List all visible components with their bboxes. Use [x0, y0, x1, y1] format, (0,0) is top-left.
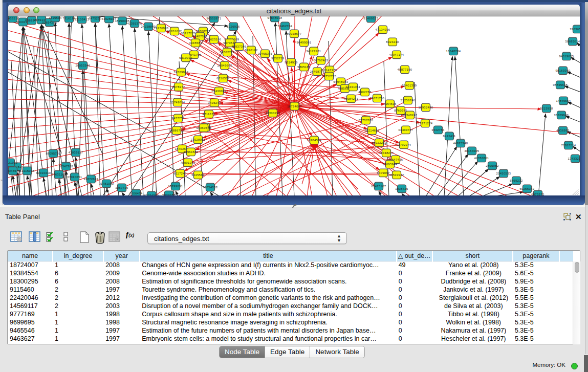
svg-text:19384554: 19384554 — [307, 139, 322, 142]
svg-text:81489325: 81489325 — [364, 17, 379, 20]
svg-text:37631165: 37631165 — [52, 173, 67, 176]
svg-text:4436995: 4436995 — [556, 129, 569, 132]
svg-text:93792374: 93792374 — [397, 143, 411, 146]
svg-text:58685014: 58685014 — [565, 40, 580, 43]
svg-text:18724007: 18724007 — [287, 105, 302, 108]
svg-text:10932480: 10932480 — [419, 106, 433, 109]
svg-text:36629946: 36629946 — [554, 114, 569, 117]
svg-text:18347382: 18347382 — [59, 165, 74, 168]
svg-text:20465375: 20465375 — [258, 52, 273, 55]
svg-text:6117240: 6117240 — [174, 172, 187, 175]
svg-text:04499727: 04499727 — [399, 128, 413, 132]
svg-text:62475107: 62475107 — [372, 185, 386, 188]
svg-text:13315098: 13315098 — [20, 169, 35, 172]
svg-text:87234309: 87234309 — [144, 194, 159, 195]
svg-text:50752735: 50752735 — [322, 75, 337, 78]
svg-text:93010310: 93010310 — [36, 171, 51, 174]
svg-text:6409097: 6409097 — [377, 171, 389, 174]
svg-text:40084271: 40084271 — [344, 97, 359, 100]
svg-text:44935348: 44935348 — [453, 142, 468, 145]
svg-text:43039117: 43039117 — [69, 151, 83, 154]
svg-text:6073375: 6073375 — [531, 193, 544, 195]
svg-text:6475255: 6475255 — [89, 17, 101, 20]
svg-text:5009788: 5009788 — [162, 193, 175, 195]
svg-text:98169340: 98169340 — [556, 69, 571, 72]
svg-text:9670546: 9670546 — [223, 41, 236, 45]
svg-text:31781080: 31781080 — [99, 182, 114, 185]
svg-text:6716572: 6716572 — [216, 77, 229, 80]
svg-text:3435240: 3435240 — [208, 101, 221, 104]
svg-text:48877190: 48877190 — [398, 68, 412, 71]
svg-text:13695944: 13695944 — [383, 163, 398, 166]
svg-text:08121913: 08121913 — [8, 161, 18, 164]
svg-text:38346578: 38346578 — [8, 169, 20, 172]
svg-text:55886753: 55886753 — [169, 129, 184, 132]
svg-text:2606474: 2606474 — [129, 192, 143, 195]
svg-text:41395376: 41395376 — [127, 22, 142, 25]
svg-text:20450533: 20450533 — [496, 172, 511, 175]
svg-text:20053346: 20053346 — [76, 64, 91, 67]
svg-text:5310033: 5310033 — [179, 56, 192, 59]
svg-text:4345581: 4345581 — [189, 41, 202, 45]
svg-text:98214658: 98214658 — [365, 129, 380, 132]
svg-text:99854353: 99854353 — [203, 186, 218, 189]
svg-text:6990162: 6990162 — [245, 49, 257, 52]
svg-text:96532871: 96532871 — [207, 17, 222, 20]
svg-text:33872624: 33872624 — [84, 178, 99, 181]
svg-text:88937346: 88937346 — [232, 45, 247, 48]
svg-text:97848018: 97848018 — [268, 16, 282, 19]
svg-text:4711671: 4711671 — [203, 113, 215, 116]
svg-text:7816184: 7816184 — [62, 17, 76, 20]
svg-text:4902787: 4902787 — [358, 91, 371, 94]
svg-text:54948083: 54948083 — [334, 80, 349, 83]
svg-text:13433200: 13433200 — [568, 157, 580, 160]
svg-text:70348247: 70348247 — [403, 114, 418, 117]
svg-text:94019655: 94019655 — [559, 55, 574, 58]
svg-text:13171274: 13171274 — [418, 122, 433, 125]
svg-text:67010651: 67010651 — [68, 176, 82, 179]
svg-text:14846564: 14846564 — [556, 99, 571, 102]
svg-text:78091343: 78091343 — [181, 161, 195, 164]
svg-text:88095701: 88095701 — [46, 152, 61, 155]
svg-text:42786801: 42786801 — [474, 157, 489, 160]
svg-text:19049663: 19049663 — [217, 64, 232, 67]
svg-text:93103413: 93103413 — [75, 18, 90, 21]
svg-text:59401399: 59401399 — [402, 84, 417, 87]
svg-text:3215958: 3215958 — [540, 107, 553, 110]
svg-text:5865185: 5865185 — [297, 65, 310, 69]
svg-text:33749894: 33749894 — [170, 101, 185, 104]
svg-text:51462704: 51462704 — [278, 25, 293, 28]
svg-text:06562729: 06562729 — [220, 51, 235, 54]
svg-text:8760385: 8760385 — [394, 109, 407, 112]
svg-text:18300295: 18300295 — [266, 112, 280, 115]
svg-text:1838425: 1838425 — [395, 187, 408, 190]
svg-text:74529912: 74529912 — [174, 71, 189, 74]
svg-text:16648784: 16648784 — [446, 50, 461, 53]
svg-text:45961586: 45961586 — [184, 150, 199, 154]
svg-text:8412411: 8412411 — [443, 135, 456, 138]
svg-text:5045562: 5045562 — [191, 173, 204, 177]
svg-text:08835615: 08835615 — [553, 83, 568, 86]
svg-text:43487347: 43487347 — [193, 35, 208, 38]
svg-text:9314919: 9314919 — [285, 61, 297, 64]
svg-text:5869232: 5869232 — [510, 179, 522, 182]
svg-text:40164005: 40164005 — [465, 149, 480, 152]
svg-text:63201632: 63201632 — [167, 30, 182, 33]
svg-text:29671756: 29671756 — [370, 97, 385, 100]
svg-text:1226916: 1226916 — [227, 25, 239, 28]
svg-text:53147379: 53147379 — [322, 69, 337, 72]
svg-text:3542784: 3542784 — [431, 128, 445, 132]
svg-text:06797403: 06797403 — [314, 59, 329, 62]
svg-text:77387214: 77387214 — [561, 144, 576, 147]
svg-text:33036541: 33036541 — [570, 28, 580, 31]
svg-text:49947174: 49947174 — [389, 53, 404, 56]
svg-text:19399091: 19399091 — [168, 185, 183, 188]
svg-text:01436349: 01436349 — [212, 90, 227, 93]
svg-text:9477752: 9477752 — [171, 117, 184, 120]
svg-text:47134936: 47134936 — [376, 28, 390, 31]
svg-text:7154516: 7154516 — [383, 102, 396, 105]
svg-text:3678377: 3678377 — [172, 85, 185, 89]
svg-text:0433218: 0433218 — [8, 17, 19, 20]
svg-text:86922219: 86922219 — [372, 141, 387, 144]
svg-text:60256342: 60256342 — [520, 187, 535, 190]
